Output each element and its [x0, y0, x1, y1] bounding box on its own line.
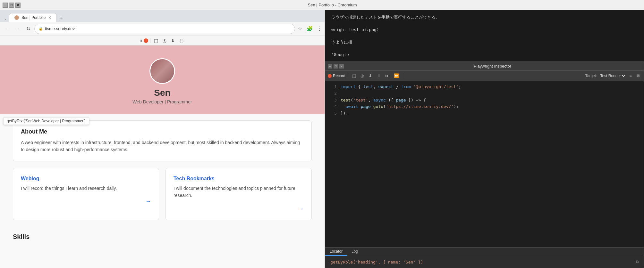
inspector-screenshot-button[interactable]: ⬇	[367, 73, 373, 79]
tooltip-box: getByText('SenWeb Developer | Programmer…	[3, 117, 89, 125]
line-number: 2	[330, 90, 337, 97]
log-tab[interactable]: Log	[347, 248, 362, 256]
terminal-line-1: ラウザで指定したテストを手動で実行することができる。	[331, 14, 638, 20]
minimize-button[interactable]: ─	[3, 3, 8, 8]
browser-menu-button[interactable]: ⋮	[317, 26, 322, 32]
playwright-inspector: ─ □ ✕ Playwright Inspector Record ⬚ ◎ ⬇ …	[325, 61, 644, 268]
inspector-settings-button[interactable]: ≡	[628, 73, 633, 79]
bookmark-button[interactable]: ☆	[297, 25, 303, 32]
tab-group-button[interactable]: ⌄	[3, 15, 8, 22]
avatar	[149, 58, 175, 84]
code-line-4: 4 await page.goto('https://itsme.senriy.…	[330, 103, 639, 110]
forward-button[interactable]: →	[13, 25, 22, 33]
terminal-line-6	[331, 45, 638, 52]
weblog-link[interactable]: Weblog	[21, 176, 151, 182]
toolbar-separator	[150, 38, 150, 43]
inspector-separator-1	[348, 74, 348, 78]
terminal-text: ラウザで指定したテストを手動で実行することができる。 wright_test_u…	[331, 14, 638, 61]
lock-icon: 🔒	[38, 27, 43, 31]
window-controls: ─ □ ✕	[3, 3, 21, 8]
weblog-text: I will record the things I learn and res…	[21, 185, 151, 192]
code-content: test('test', async ({ page }) => {	[341, 97, 426, 104]
inspector-restore-button[interactable]: □	[334, 64, 338, 69]
back-button[interactable]: ←	[3, 25, 12, 33]
line-number: 1	[330, 84, 337, 90]
explore-button[interactable]: ◎	[161, 37, 168, 44]
main-layout: ⌄ Sen | Portfolio ✕ + ← → ↻ 🔒 itsme.senr…	[0, 10, 644, 268]
locator-tabs: Locator Log	[325, 248, 644, 256]
record-button[interactable]	[144, 38, 148, 43]
browser-tab[interactable]: Sen | Portfolio ✕	[9, 13, 57, 22]
record-text: Record	[333, 74, 345, 78]
inspector-separator-2	[403, 74, 403, 78]
weblog-card[interactable]: Weblog I will record the things I learn …	[13, 168, 159, 220]
avatar-image	[150, 58, 174, 84]
skills-heading: Skills	[13, 233, 312, 240]
about-title: About Me	[21, 128, 304, 135]
screenshot-button[interactable]: ⬇	[169, 37, 176, 44]
weblog-arrow[interactable]: →	[21, 198, 151, 205]
tech-bookmarks-text: I will document the technologies and top…	[174, 185, 304, 199]
terminal-line-3: wright_test_ui.png)	[331, 27, 638, 33]
code-content: import { test, expect } from '@playwrigh…	[341, 84, 461, 90]
inspector-eye-button[interactable]: ◎	[359, 73, 365, 79]
url-display: itsme.senriy.dev	[45, 26, 291, 31]
inspector-pause-button[interactable]: ⏸	[375, 73, 382, 79]
inspector-close-button[interactable]: ✕	[339, 64, 344, 69]
terminal-area: ラウザで指定したテストを手動で実行することができる。 wright_test_u…	[325, 10, 644, 61]
hero-section: Sen Web Developer | Programmer	[0, 45, 325, 114]
inspector-more-button[interactable]: ⏩	[393, 73, 400, 79]
terminal-line-8	[331, 58, 638, 62]
code-line-3: 3 test('test', async ({ page }) => {	[330, 97, 639, 104]
browser-pane: ⌄ Sen | Portfolio ✕ + ← → ↻ 🔒 itsme.senr…	[0, 10, 325, 268]
line-number: 4	[330, 103, 337, 110]
hero-name: Sen	[154, 88, 170, 98]
code-button[interactable]: { }	[178, 37, 185, 44]
about-card: About Me A web engineer with interests i…	[13, 120, 312, 161]
content-body: About Me A web engineer with interests i…	[0, 114, 325, 247]
target-label: Target:	[585, 74, 597, 78]
inspector-toolbar: Record ⬚ ◎ ⬇ ⏸ ⏭ ⏩ Target: Test Runner ≡…	[325, 71, 644, 81]
code-line-5: 5 });	[330, 110, 639, 117]
close-button[interactable]: ✕	[15, 3, 21, 8]
inspector-title: Playwright Inspector	[344, 64, 641, 69]
inspector-step-button[interactable]: ⏭	[384, 73, 391, 79]
code-content	[341, 90, 343, 97]
pick-locator-button[interactable]: ⬚	[152, 37, 160, 44]
maximize-button[interactable]: □	[9, 3, 14, 8]
right-pane: ラウザで指定したテストを手動で実行することができる。 wright_test_u…	[325, 10, 644, 268]
site-content[interactable]: Sen Web Developer | Programmer getByText…	[0, 45, 325, 268]
locator-tab[interactable]: Locator	[325, 248, 347, 256]
extension-button[interactable]: 🧩	[305, 24, 315, 33]
target-selector[interactable]: Test Runner	[599, 73, 626, 78]
address-bar[interactable]: 🔒 itsme.senriy.dev	[34, 24, 295, 34]
inspector-window-controls: ─ □ ✕	[328, 64, 344, 69]
record-label[interactable]: Record	[328, 74, 345, 78]
inspector-pick-button[interactable]: ⬚	[351, 73, 357, 79]
terminal-line-5: うように相	[331, 39, 638, 45]
record-dot-icon	[144, 38, 148, 43]
terminal-line-4	[331, 33, 638, 39]
locator-value: getByRole('heading', { name: 'Sen' })	[330, 260, 423, 264]
inspector-titlebar: ─ □ ✕ Playwright Inspector	[325, 62, 644, 71]
playwright-toolbar: ⠿ ⬚ ◎ ⬇ { }	[0, 36, 325, 45]
tech-bookmarks-card[interactable]: Tech Bookmarks I will document the techn…	[165, 168, 312, 220]
inspector-minimize-button[interactable]: ─	[328, 64, 332, 69]
tech-bookmarks-link[interactable]: Tech Bookmarks	[174, 176, 304, 182]
record-indicator-icon	[328, 74, 332, 78]
window-chrome: ─ □ ✕ Sen | Portfolio - Chromium	[0, 0, 644, 10]
about-text: A web engineer with interests in infrast…	[21, 139, 304, 153]
copy-button[interactable]: ⧉	[636, 259, 639, 264]
code-editor: 1 import { test, expect } from '@playwri…	[325, 81, 644, 247]
tab-close-button[interactable]: ✕	[48, 15, 51, 20]
locator-content: getByRole('heading', { name: 'Sen' }) ⧉	[325, 256, 644, 268]
line-number: 3	[330, 97, 337, 104]
terminal-line-7: 'Google	[331, 52, 638, 58]
tech-bookmarks-arrow[interactable]: →	[174, 206, 304, 212]
two-col-section: Weblog I will record the things I learn …	[13, 168, 312, 227]
code-content: await page.goto('https://itsme.senriy.de…	[341, 103, 459, 110]
new-tab-button[interactable]: +	[57, 15, 65, 22]
locator-area: Locator Log getByRole('heading', { name:…	[325, 247, 644, 268]
inspector-expand-button[interactable]: ⊠	[635, 73, 641, 79]
reload-button[interactable]: ↻	[24, 24, 32, 33]
